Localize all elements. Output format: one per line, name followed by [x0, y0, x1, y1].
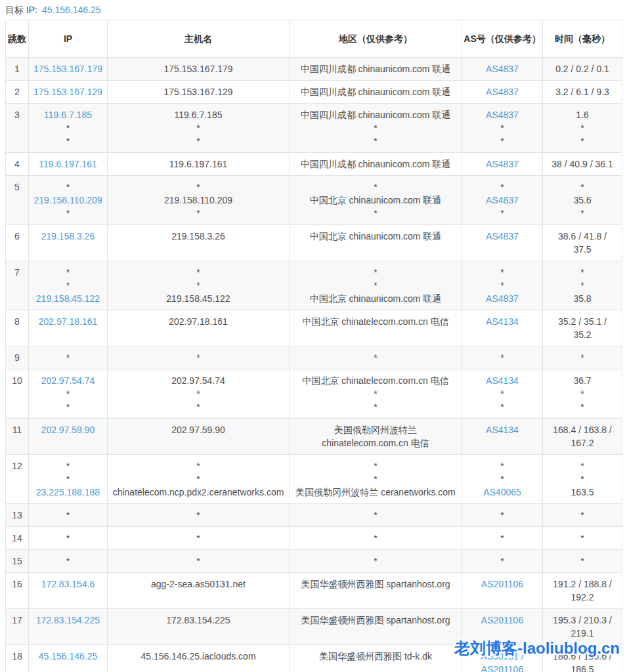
ip-link[interactable]: 219.158.45.122	[32, 292, 104, 305]
time-text: *	[551, 509, 614, 522]
target-ip-value[interactable]: 45.156.146.25	[42, 5, 101, 15]
ip-text: *	[32, 532, 104, 545]
as-link[interactable]: AS201106	[466, 578, 538, 591]
region-text: 中国北京 chinatelecom.com.cn 电信	[293, 315, 458, 328]
as-link[interactable]: AS4837	[466, 292, 538, 305]
cell-ip: *219.158.110.209*	[29, 176, 108, 225]
cell-hop: 7	[6, 261, 29, 310]
as-text: *	[466, 135, 538, 148]
ip-link[interactable]: 202.97.54.74	[32, 374, 104, 387]
host-text: 119.6.197.161	[112, 158, 285, 171]
region-text: 美国华盛顿州西雅图 spartanhost.org	[293, 614, 458, 627]
cell-time: 1.6**	[543, 104, 622, 153]
cell-as: **AS40065	[462, 455, 543, 504]
cell-ip: *	[29, 550, 108, 573]
as-link[interactable]: AS4837	[466, 108, 538, 121]
as-link[interactable]: AS4837	[466, 85, 538, 98]
table-header-row: 跳数 IP 主机名 地区（仅供参考） AS号（仅供参考） 时间（毫秒）	[6, 20, 622, 58]
col-header-hostname: 主机名	[108, 20, 290, 58]
traceroute-table: 跳数 IP 主机名 地区（仅供参考） AS号（仅供参考） 时间（毫秒） 1175…	[5, 20, 622, 672]
cell-time: 3.2 / 6.1 / 9.3	[543, 81, 622, 104]
region-text: 中国四川成都 chinaunicom.com 联通	[293, 158, 458, 171]
ip-link[interactable]: 119.6.197.161	[32, 158, 104, 171]
cell-as: **AS4837	[462, 261, 543, 310]
cell-host: 175.153.167.179	[108, 58, 290, 81]
cell-host: 202.97.54.74**	[108, 369, 290, 419]
as-link[interactable]: AS4837	[466, 194, 538, 207]
col-header-time: 时间（毫秒）	[543, 20, 622, 58]
cell-region: 美国华盛顿州西雅图 spartanhost.org	[290, 573, 462, 609]
region-text: 中国四川成都 chinaunicom.com 联通	[293, 85, 458, 98]
ip-text: *	[32, 180, 104, 194]
cell-host: 175.153.167.129	[108, 81, 290, 104]
ip-text: *	[32, 509, 104, 522]
cell-region: 中国四川成都 chinaunicom.com 联通	[290, 58, 462, 81]
as-link[interactable]: AS4837	[466, 158, 538, 171]
region-text: 中国四川成都 chinaunicom.com 联通	[293, 108, 458, 121]
ip-link[interactable]: 23.225.188.188	[32, 486, 104, 499]
table-row: 5*219.158.110.209**219.158.110.209**中国北京…	[6, 176, 622, 225]
time-text: *	[551, 279, 614, 292]
ip-link[interactable]: 175.153.167.129	[32, 85, 104, 98]
as-text: *	[466, 387, 538, 400]
ip-link[interactable]: 219.158.3.26	[32, 230, 104, 243]
as-link[interactable]: AS4837	[466, 230, 538, 243]
ip-text: *	[32, 472, 104, 486]
ip-text: *	[32, 135, 104, 148]
cell-host: *219.158.110.209*	[108, 176, 290, 225]
as-link[interactable]: AS4134	[466, 315, 538, 328]
cell-region: **中国北京 chinaunicom.com 联通	[290, 261, 462, 310]
host-text: 175.153.167.129	[112, 85, 285, 98]
cell-hop: 2	[6, 81, 29, 104]
cell-host: agg-2-sea.as50131.net	[108, 573, 290, 609]
host-text: 202.97.54.74	[112, 374, 285, 387]
ip-link[interactable]: 202.97.18.161	[32, 315, 104, 328]
ip-link[interactable]: 219.158.110.209	[32, 194, 104, 207]
as-link[interactable]: AS4134	[466, 374, 538, 387]
as-link[interactable]: AS4134	[466, 423, 538, 436]
cell-host: 45.156.146.25.iaclouds.com	[108, 645, 290, 672]
cell-region: *中国北京 chinaunicom.com 联通*	[290, 176, 462, 225]
cell-hop: 4	[6, 153, 29, 176]
time-text: *	[551, 387, 614, 400]
cell-region: 中国四川成都 chinaunicom.com 联通	[290, 153, 462, 176]
cell-ip: 219.158.3.26	[29, 225, 108, 261]
ip-link[interactable]: 202.97.59.90	[32, 423, 104, 436]
cell-host: 202.97.18.161	[108, 310, 290, 346]
cell-hop: 13	[6, 504, 29, 527]
cell-as: AS4837**	[462, 104, 543, 153]
cell-region: *	[290, 504, 462, 527]
table-row: 2175.153.167.129175.153.167.129中国四川成都 ch…	[6, 81, 622, 104]
host-text: 219.158.110.209	[112, 194, 285, 207]
cell-ip: 119.6.7.185**	[29, 104, 108, 153]
cell-region: 中国北京 chinatelecom.com.cn 电信**	[290, 369, 462, 419]
region-text: *	[293, 266, 458, 279]
col-header-asn: AS号（仅供参考）	[462, 20, 543, 58]
ip-text: *	[32, 279, 104, 292]
ip-link[interactable]: 175.153.167.179	[32, 62, 104, 75]
table-row: 4119.6.197.161119.6.197.161中国四川成都 chinau…	[6, 153, 622, 176]
host-text: *	[112, 121, 285, 135]
cell-time: *	[543, 527, 622, 550]
as-link[interactable]: AS201106	[466, 614, 538, 627]
cell-as: AS201106	[462, 573, 543, 609]
region-text: *	[293, 532, 458, 545]
cell-time: 35.2 / 35.1 / 35.2	[543, 310, 622, 346]
host-text: 119.6.7.185	[112, 108, 285, 121]
cell-host: **chinatelecom.ncp.pdx2.ceranetworks.com	[108, 455, 290, 504]
ip-link[interactable]: 45.156.146.25	[32, 650, 104, 663]
table-row: 10202.97.54.74**202.97.54.74**中国北京 china…	[6, 369, 622, 419]
cell-as: *	[462, 346, 543, 369]
as-link[interactable]: AS4837	[466, 62, 538, 75]
host-text: chinatelecom.ncp.pdx2.ceranetworks.com	[112, 486, 285, 499]
watermark: 老刘博客-laoliublog.cn	[454, 638, 620, 659]
host-text: *	[112, 555, 285, 568]
host-text: *	[112, 387, 285, 400]
ip-link[interactable]: 172.83.154.6	[32, 578, 104, 591]
cell-ip: *	[29, 504, 108, 527]
as-link[interactable]: AS40065	[466, 486, 538, 499]
host-text: 219.158.3.26	[112, 230, 285, 243]
ip-link[interactable]: 172.83.154.225	[32, 614, 104, 627]
ip-link[interactable]: 119.6.7.185	[32, 108, 104, 121]
cell-time: 36.7**	[543, 369, 622, 419]
